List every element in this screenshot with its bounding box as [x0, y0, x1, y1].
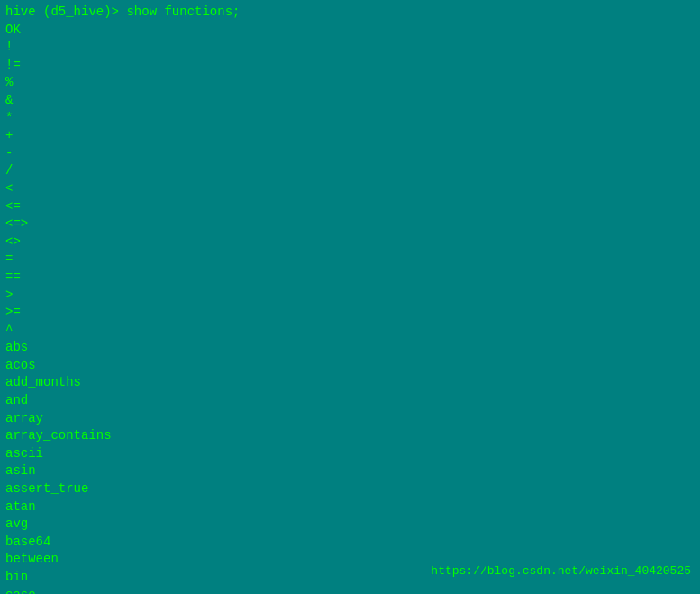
output-line: array: [5, 410, 695, 428]
watermark: https://blog.csdn.net/weixin_40420525: [431, 564, 691, 578]
output-line: add_months: [5, 374, 695, 392]
output-line: !: [5, 39, 695, 57]
output-line: atan: [5, 498, 695, 516]
output-lines: OK!!=%&*+-/<<=<=><>===>>=^absacosadd_mon…: [5, 22, 695, 594]
output-line: <>: [5, 233, 695, 251]
output-line: ascii: [5, 445, 695, 463]
output-line: !=: [5, 57, 695, 75]
output-line: *: [5, 110, 695, 128]
output-line: <: [5, 180, 695, 198]
output-line: asin: [5, 462, 695, 480]
output-line: avg: [5, 516, 695, 534]
output-line: <=: [5, 198, 695, 216]
output-line: assert_true: [5, 480, 695, 498]
output-line: &: [5, 92, 695, 110]
output-line: case: [5, 587, 695, 594]
output-line: OK: [5, 22, 695, 40]
output-line: base64: [5, 534, 695, 552]
output-line: abs: [5, 339, 695, 357]
output-line: /: [5, 162, 695, 180]
output-line: array_contains: [5, 427, 695, 445]
output-line: +: [5, 127, 695, 145]
output-line: -: [5, 145, 695, 163]
output-line: %: [5, 74, 695, 92]
output-line: and: [5, 392, 695, 410]
output-line: >=: [5, 304, 695, 322]
output-line: ==: [5, 269, 695, 287]
output-line: =: [5, 251, 695, 269]
output-line: acos: [5, 357, 695, 375]
prompt-line: hive (d5_hive)> show functions;: [5, 4, 695, 22]
terminal: hive (d5_hive)> show functions; OK!!=%&*…: [0, 0, 700, 594]
output-line: ^: [5, 322, 695, 340]
output-line: >: [5, 287, 695, 305]
output-line: <=>: [5, 215, 695, 233]
